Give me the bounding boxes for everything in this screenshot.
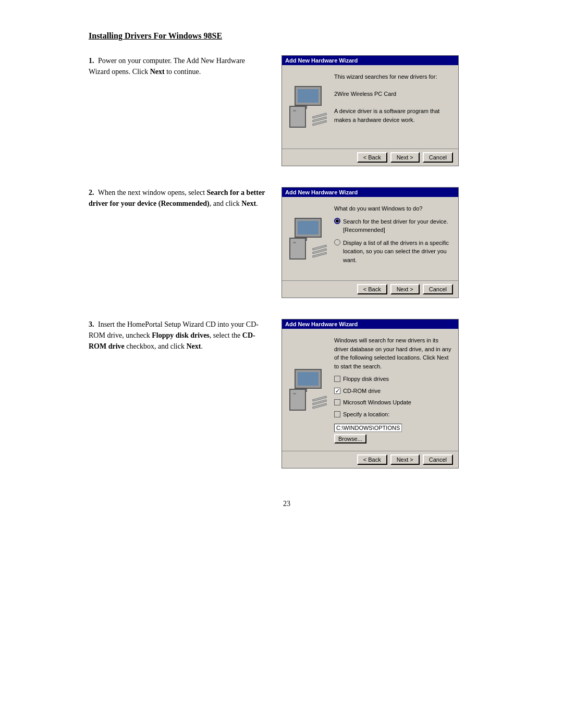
checkbox-winupdate: Microsoft Windows Update [334,398,453,407]
location-input[interactable] [334,424,402,432]
browse-button[interactable]: Browse... [334,434,366,443]
wizard-2-back-button[interactable]: < Back [357,284,387,294]
wizard-3-icon [287,334,329,446]
radio-label-2: Display a list of all the drivers in a s… [343,239,453,265]
wizard-3-content: Windows will search for new drivers in i… [334,334,453,446]
wizard-1-next-button[interactable]: Next > [390,152,420,163]
radio-group-2: Search for the best driver for your devi… [334,217,453,265]
location-input-group: Browse... [334,422,453,443]
wizard-3-titlebar: Add New Hardware Wizard [282,319,458,329]
checkbox-floppy-icon [334,376,340,382]
radio-unselected-icon [334,239,340,245]
page-number: 23 [283,500,290,508]
step-2: 2. When the next window opens, select Se… [89,187,485,298]
page-title: Installing Drivers For Windows 98SE [89,31,485,41]
checkbox-location: Specify a location: [334,410,453,419]
disks [312,115,327,126]
steps-container: 1. Power on your computer. The Add New H… [89,55,485,468]
radio-item-1: Search for the best driver for your devi… [334,217,453,235]
tower [289,106,306,128]
wizard-2-next-button[interactable]: Next > [390,284,420,294]
checkbox-winupdate-icon [334,399,340,405]
wizard-screenshot-1: Add New Hardware Wizard [282,55,459,166]
checkbox-cdrom-icon: ✓ [334,388,340,394]
step-1-number: 1. [89,57,94,65]
checkbox-location-icon [334,411,340,417]
wizard-screenshot-3: Add New Hardware Wizard [282,319,459,468]
step-3-number: 3. [89,320,94,328]
computer-icon-3 [289,369,327,411]
wizard-1-content: This wizard searches for new drivers for… [334,70,453,143]
monitor-screen [298,89,319,103]
wizard-1-icon [287,70,329,143]
wizard-2-footer: < Back Next > Cancel [282,280,458,298]
step-1: 1. Power on your computer. The Add New H… [89,55,485,166]
radio-item-2: Display a list of all the drivers in a s… [334,239,453,265]
checkbox-winupdate-label: Microsoft Windows Update [343,398,411,407]
checkbox-group-3: Floppy disk drives ✓ CD-ROM drive Micros… [334,375,453,443]
step-2-text: 2. When the next window opens, select Se… [89,187,266,209]
wizard-3-body: Windows will search for new drivers in i… [282,329,458,451]
wizard-2-body: What do you want Windows to do? Search f… [282,197,458,280]
computer-icon-2 [289,218,327,260]
wizard-1-back-button[interactable]: < Back [357,152,387,163]
wizard-1-titlebar: Add New Hardware Wizard [282,56,458,65]
wizard-2-cancel-button[interactable]: Cancel [423,284,453,294]
page-footer: 23 [89,500,485,508]
checkbox-location-label: Specify a location: [343,410,389,419]
computer-icon [289,86,327,128]
wizard-2-icon [287,202,329,275]
wizard-3-next-button[interactable]: Next > [390,454,420,465]
wizard-1-body: This wizard searches for new drivers for… [282,65,458,149]
step-3: 3. Insert the HomePortal Setup Wizard CD… [89,319,485,468]
step-1-text: 1. Power on your computer. The Add New H… [89,55,266,77]
wizard-3-cancel-button[interactable]: Cancel [423,454,453,465]
wizard-1-footer: < Back Next > Cancel [282,149,458,166]
tower-light [293,110,296,112]
checkbox-floppy: Floppy disk drives [334,375,453,384]
checkbox-cdrom: ✓ CD-ROM drive [334,387,453,396]
wizard-screenshot-2: Add New Hardware Wizard [282,187,459,298]
radio-selected-icon [334,218,340,224]
checkbox-cdrom-label: CD-ROM drive [343,387,381,396]
wizard-1-cancel-button[interactable]: Cancel [423,152,453,163]
radio-label-1: Search for the best driver for your devi… [343,217,453,235]
wizard-2-titlebar: Add New Hardware Wizard [282,188,458,197]
wizard-2-content: What do you want Windows to do? Search f… [334,202,453,275]
wizard-3-footer: < Back Next > Cancel [282,451,458,468]
wizard-3-back-button[interactable]: < Back [357,454,387,465]
monitor [295,86,322,106]
step-2-number: 2. [89,189,94,196]
checkbox-floppy-label: Floppy disk drives [343,375,389,384]
step-3-text: 3. Insert the HomePortal Setup Wizard CD… [89,319,266,352]
page-content: Installing Drivers For Windows 98SE 1. P… [57,0,506,550]
